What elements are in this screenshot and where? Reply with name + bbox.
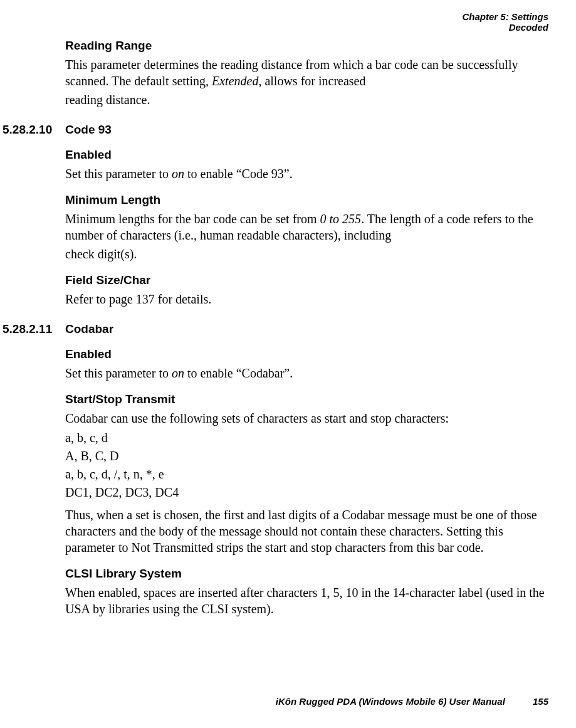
subhead-reading-range: Reading Range	[65, 39, 548, 53]
text: Minimum lengths for the bar code can be …	[65, 212, 320, 226]
paragraph-codabar-startstop-intro: Codabar can use the following sets of ch…	[65, 410, 548, 426]
paragraph-codabar-startstop-body: Thus, when a set is chosen, the first an…	[65, 507, 548, 556]
running-header: Chapter 5: Settings Decoded	[462, 11, 548, 33]
text-italic: 0 to 255	[320, 212, 362, 226]
text: Set this parameter to	[65, 167, 172, 181]
paragraph-code93-enabled: Set this parameter to on to enable “Code…	[65, 166, 548, 182]
paragraph-reading-range-1: This parameter determines the reading di…	[65, 56, 548, 89]
section-title: Code 93	[65, 123, 112, 136]
subhead-codabar-clsi: CLSI Library System	[65, 567, 548, 581]
running-footer: iKôn Rugged PDA (Windows Mobile 6) User …	[276, 696, 548, 707]
paragraph-code93-minlen-1: Minimum lengths for the bar code can be …	[65, 211, 548, 243]
text-italic: on	[172, 366, 184, 380]
section-number: 5.28.2.10	[3, 123, 52, 137]
header-line-1: Chapter 5: Settings	[462, 11, 548, 22]
content-area: Reading Range This parameter determines …	[0, 39, 576, 620]
paragraph-codabar-enabled: Set this parameter to on to enable “Coda…	[65, 365, 548, 381]
list-line-2: A, B, C, D	[65, 447, 548, 465]
list-line-4: DC1, DC2, DC3, DC4	[65, 483, 548, 502]
footer-text: iKôn Rugged PDA (Windows Mobile 6) User …	[276, 696, 505, 707]
header-line-2: Decoded	[462, 22, 548, 33]
text: to enable “Code 93”.	[184, 167, 293, 181]
text-italic: Extended	[212, 74, 258, 88]
list-line-3: a, b, c, d, /, t, n, *, e	[65, 465, 548, 483]
page-number: 155	[533, 696, 548, 707]
text: to enable “Codabar”.	[184, 366, 293, 380]
subhead-code93-fieldsize: Field Size/Char	[65, 273, 548, 287]
paragraph-codabar-clsi: When enabled, spaces are inserted after …	[65, 584, 548, 617]
paragraph-code93-minlen-2: check digit(s).	[65, 246, 548, 262]
subhead-code93-enabled: Enabled	[65, 148, 548, 162]
subhead-code93-minlen: Minimum Length	[65, 193, 548, 207]
text: Set this parameter to	[65, 366, 172, 380]
paragraph-reading-range-2: reading distance.	[65, 92, 548, 108]
page: Chapter 5: Settings Decoded Reading Rang…	[0, 0, 576, 728]
subhead-codabar-enabled: Enabled	[65, 347, 548, 361]
section-heading-codabar: 5.28.2.11 Codabar	[65, 322, 548, 336]
section-number: 5.28.2.11	[3, 322, 52, 336]
section-heading-code93: 5.28.2.10 Code 93	[65, 123, 548, 137]
text-italic: on	[172, 167, 184, 181]
paragraph-code93-fieldsize: Refer to page 137 for details.	[65, 291, 548, 307]
text: , allows for increased	[258, 74, 365, 88]
list-line-1: a, b, c, d	[65, 429, 548, 447]
subhead-codabar-startstop: Start/Stop Transmit	[65, 393, 548, 406]
section-title: Codabar	[65, 322, 113, 335]
